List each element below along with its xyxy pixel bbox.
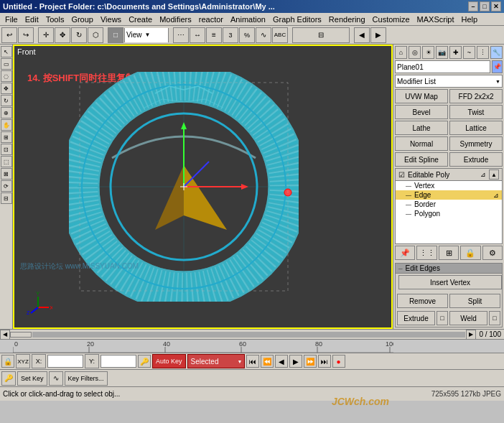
lt-pan[interactable]: ✋	[1, 119, 12, 131]
menu-customize[interactable]: Customize	[369, 14, 414, 24]
poly-polygon[interactable]: — Polygon	[396, 209, 502, 218]
toolbar-undo[interactable]: ↩	[1, 27, 17, 43]
toolbar-snap[interactable]: ⋯	[173, 27, 189, 43]
menu-tools[interactable]: Tools	[42, 14, 68, 24]
twist-btn[interactable]: Twist	[449, 105, 503, 119]
transport-prev-key[interactable]: ⏪	[261, 355, 274, 368]
auto-key-btn[interactable]: Auto Key	[152, 354, 186, 368]
weld-btn[interactable]: Weld	[449, 311, 487, 325]
uvw-map-btn[interactable]: UVW Map	[395, 89, 448, 103]
pt-settings[interactable]: ⚙	[482, 246, 503, 260]
extrude-settings-btn[interactable]: □	[437, 311, 448, 325]
maximize-button[interactable]: □	[480, 1, 490, 11]
extrude-edge-btn[interactable]: Extrude	[397, 311, 435, 325]
ffd-btn[interactable]: FFD 2x2x2	[449, 89, 503, 103]
menu-graph-editors[interactable]: Graph Editors	[269, 14, 325, 24]
pt-pin[interactable]: 📌	[395, 246, 415, 260]
toolbar-move[interactable]: ✥	[55, 27, 70, 43]
minimize-button[interactable]: –	[468, 1, 478, 11]
panel-camera-icon[interactable]: 📷	[436, 46, 448, 59]
menu-create[interactable]: Create	[125, 14, 156, 24]
lathe-btn[interactable]: Lathe	[395, 121, 448, 135]
toolbar-3[interactable]: 3	[223, 27, 238, 43]
set-key-btn[interactable]: Set Key	[17, 371, 47, 386]
menu-views[interactable]: Views	[97, 14, 125, 24]
menu-rendering[interactable]: Rendering	[325, 14, 369, 24]
pin-icon[interactable]: 📌	[492, 60, 503, 73]
toolbar-abc[interactable]: ABC	[272, 27, 288, 43]
poly-edge[interactable]: — Edge ⊿	[396, 190, 502, 200]
transport-record[interactable]: ●	[332, 355, 345, 368]
toolbar-rotate[interactable]: ↻	[71, 27, 87, 43]
transport-first[interactable]: ⏮	[246, 355, 259, 368]
transport-next[interactable]: ⏩	[304, 355, 317, 368]
lt-move[interactable]: ✥	[1, 83, 12, 94]
menu-edit[interactable]: Edit	[22, 14, 42, 24]
toolbar-align[interactable]: ≡	[206, 27, 222, 43]
edit-spline-btn[interactable]: Edit Spline	[395, 152, 448, 167]
panel-light-icon[interactable]: ☀	[422, 46, 434, 59]
toolbar-arrow-right[interactable]: ▶	[370, 27, 386, 43]
panel-house-icon[interactable]: ⌂	[395, 46, 407, 59]
poly-scroll-up[interactable]: ▲	[489, 169, 499, 180]
selected-dropdown[interactable]: Selected	[187, 354, 245, 368]
filter-icon[interactable]: ∿	[49, 371, 63, 386]
menu-group[interactable]: Group	[67, 14, 97, 24]
menu-animation[interactable]: Animation	[227, 14, 269, 24]
lt-region[interactable]: ⬚	[1, 156, 12, 167]
panel-helper-icon[interactable]: ✚	[449, 46, 462, 59]
transport-prev[interactable]: ◀	[275, 355, 288, 368]
insert-vertex-btn[interactable]: Insert Vertex	[398, 275, 502, 289]
panel-spacewarp-icon[interactable]: ~	[463, 46, 475, 59]
toolbar-arrow-left[interactable]: ◀	[354, 27, 370, 43]
setkey-icon[interactable]: 🔑	[1, 371, 16, 386]
lt-box[interactable]: ▭	[1, 58, 12, 70]
menu-maxscript[interactable]: MAXScript	[414, 14, 458, 24]
coord-x-input[interactable]	[47, 355, 83, 368]
lt-zoomext[interactable]: ⊡	[1, 144, 12, 155]
symmetry-btn[interactable]: Symmetry	[449, 136, 503, 151]
toolbar-select[interactable]: ✛	[38, 27, 54, 43]
toolbar-percent[interactable]: %	[239, 27, 255, 43]
panel-wrench-icon[interactable]: 🔧	[490, 46, 503, 59]
pt-split[interactable]: ⊞	[439, 246, 459, 260]
scroll-track[interactable]	[32, 332, 465, 338]
toolbar-redo[interactable]: ↪	[18, 27, 34, 43]
menu-reactor[interactable]: reactor	[195, 14, 227, 24]
lattice-btn[interactable]: Lattice	[449, 121, 503, 135]
pt-lock[interactable]: 🔒	[460, 246, 480, 260]
remove-btn[interactable]: Remove	[397, 294, 448, 308]
menu-help[interactable]: Help	[458, 14, 482, 24]
panel-more-icon[interactable]: ⋮	[477, 46, 489, 59]
toolbar-mirror[interactable]: ↔	[190, 27, 205, 43]
lt-maxmin[interactable]: ⊠	[1, 168, 12, 180]
normal-btn[interactable]: Normal	[395, 136, 448, 151]
menu-file[interactable]: File	[1, 14, 22, 24]
toolbar-curve[interactable]: ∿	[256, 27, 271, 43]
view-dropdown[interactable]: View ▼	[125, 28, 168, 42]
lt-zoomall[interactable]: ⊞	[1, 131, 12, 143]
bevel-btn[interactable]: Bevel	[395, 105, 448, 119]
object-name-input[interactable]	[395, 60, 490, 73]
panel-shape-icon[interactable]: ◎	[409, 46, 421, 59]
lt-zoom[interactable]: ⊕	[1, 107, 12, 118]
key-icon-btn[interactable]: 🔑	[138, 355, 151, 368]
menu-modifiers[interactable]: Modifiers	[156, 14, 195, 24]
lt-arc[interactable]: ⟳	[1, 180, 12, 192]
lock-btn[interactable]: 🔒	[1, 355, 14, 368]
key-filters-btn[interactable]: Key Filters...	[65, 371, 108, 386]
poly-vertex[interactable]: — Vertex	[396, 181, 502, 190]
transport-last[interactable]: ⏭	[318, 355, 331, 368]
scroll-left-arrow[interactable]: ◀	[0, 330, 10, 340]
lt-select[interactable]: ↖	[1, 46, 12, 57]
toolbar-layers[interactable]: ⊟	[292, 27, 350, 43]
viewport[interactable]: Front 14. 按SHIFT同时往里复制一缩放	[13, 45, 393, 329]
poly-border[interactable]: — Border	[396, 200, 502, 209]
modifier-list-dropdown[interactable]: Modifier List	[395, 75, 503, 88]
split-btn[interactable]: Split	[449, 294, 500, 308]
transport-play[interactable]: ▶	[289, 355, 302, 368]
coord-y-input[interactable]	[101, 355, 136, 368]
xyz-btn[interactable]: XYZ	[16, 354, 30, 368]
scroll-thumb[interactable]	[10, 332, 32, 338]
close-button[interactable]: ✕	[491, 1, 501, 11]
